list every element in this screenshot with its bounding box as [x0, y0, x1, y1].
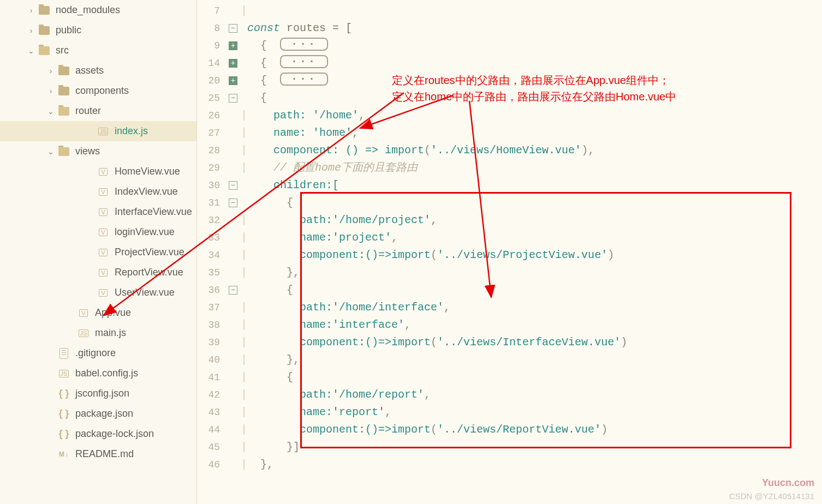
chevron-icon[interactable]: ⌄: [47, 147, 55, 156]
fold-toggle[interactable]: −: [225, 281, 241, 299]
collapsed-region[interactable]: ···: [280, 73, 328, 86]
line-number: 42: [197, 386, 220, 404]
tree-index-js[interactable]: JSindex.js: [0, 121, 196, 141]
fold-toggle: [225, 334, 241, 351]
fold-toggle[interactable]: +: [225, 72, 241, 89]
tree-homeview[interactable]: VHomeView.vue: [0, 161, 196, 182]
chevron-icon[interactable]: [86, 228, 94, 237]
code-editor[interactable]: 7891420252627282930313233343536373839404…: [196, 0, 822, 504]
folder-icon: [58, 65, 70, 77]
chevron-icon[interactable]: [47, 389, 55, 398]
line-number: 31: [197, 194, 220, 212]
chevron-icon[interactable]: [86, 208, 94, 217]
code-line[interactable]: [247, 2, 822, 20]
tree-node-modules[interactable]: ›node_modules: [0, 0, 196, 20]
line-number: 27: [197, 124, 220, 142]
code-line[interactable]: { ···: [247, 55, 822, 72]
vue-file-icon: V: [97, 267, 109, 279]
indent-guide: |: [241, 421, 246, 439]
tree-appvue[interactable]: VApp.vue: [0, 303, 196, 323]
tree-mainjs[interactable]: JSmain.js: [0, 323, 196, 343]
fold-toggle[interactable]: −: [225, 89, 241, 107]
chevron-icon[interactable]: [47, 349, 55, 358]
code-line[interactable]: { ···: [247, 37, 822, 55]
tree-item-label: babel.config.js: [75, 368, 192, 379]
vue-file-icon: V: [97, 287, 109, 299]
tree-components[interactable]: ›components: [0, 81, 196, 101]
chevron-icon[interactable]: ⌄: [47, 107, 55, 116]
chevron-icon[interactable]: [47, 369, 55, 378]
code-line[interactable]: // 配置home下面的且套路由: [247, 159, 822, 177]
line-number: 43: [197, 404, 220, 421]
chevron-icon[interactable]: [47, 430, 55, 439]
chevron-icon[interactable]: [86, 248, 94, 257]
chevron-icon[interactable]: [67, 309, 74, 317]
tree-reportview[interactable]: VReportView.vue: [0, 262, 196, 283]
tree-item-label: router: [75, 105, 192, 117]
indent-guide: [241, 37, 246, 55]
tree-userview[interactable]: VUserView.vue: [0, 283, 196, 303]
chevron-icon[interactable]: [86, 188, 94, 196]
chevron-icon[interactable]: ›: [47, 87, 55, 95]
tree-readme[interactable]: M↓README.md: [0, 444, 196, 464]
indent-guide: |: [241, 107, 246, 124]
tree-interfaceview[interactable]: VInterfaceView.vue: [0, 202, 196, 222]
chevron-icon[interactable]: ⌄: [27, 46, 35, 55]
line-number: 20: [197, 72, 220, 89]
vue-file-icon: V: [97, 247, 109, 259]
fold-gutter[interactable]: −+++− −− −: [225, 0, 241, 504]
folder-icon: [58, 85, 70, 97]
chevron-icon[interactable]: ›: [47, 67, 55, 75]
chevron-icon[interactable]: ›: [27, 26, 35, 35]
tree-src[interactable]: ⌄src: [0, 40, 196, 61]
indent-guide: |: [241, 316, 246, 334]
line-number: 41: [197, 369, 220, 386]
code-line[interactable]: },: [247, 456, 822, 473]
tree-projectview[interactable]: VProjectView.vue: [0, 242, 196, 262]
code-line[interactable]: path: '/home',: [247, 107, 822, 124]
tree-package[interactable]: { }package.json: [0, 404, 196, 424]
fold-toggle: [225, 159, 241, 177]
file-explorer[interactable]: ›node_modules›public⌄src›assets›componen…: [0, 0, 196, 504]
chevron-icon[interactable]: ›: [27, 6, 35, 15]
line-number: 39: [197, 334, 220, 351]
chevron-icon[interactable]: [86, 289, 94, 297]
chevron-icon[interactable]: [47, 410, 55, 418]
json-file-icon: { }: [58, 408, 70, 420]
tree-babel[interactable]: JSbabel.config.js: [0, 363, 196, 383]
fold-toggle: [225, 456, 241, 473]
collapsed-region[interactable]: ···: [280, 55, 328, 68]
tree-item-label: main.js: [95, 327, 192, 339]
line-number: 32: [197, 212, 220, 229]
tree-packagelock[interactable]: { }package-lock.json: [0, 424, 196, 444]
tree-router[interactable]: ⌄router: [0, 101, 196, 121]
chevron-icon[interactable]: [47, 450, 55, 459]
tree-views[interactable]: ⌄views: [0, 141, 196, 161]
chevron-icon[interactable]: [86, 127, 94, 136]
collapsed-region[interactable]: ···: [280, 38, 328, 51]
code-line[interactable]: name: 'home',: [247, 124, 822, 142]
fold-toggle: [225, 2, 241, 20]
fold-toggle[interactable]: −: [225, 194, 241, 212]
tree-item-label: public: [56, 25, 192, 36]
code-line[interactable]: component: () => import('../views/HomeVi…: [247, 142, 822, 159]
chevron-icon[interactable]: [67, 329, 74, 338]
fold-toggle: [225, 264, 241, 281]
chevron-icon[interactable]: [86, 167, 94, 176]
indent-guide: |: [241, 351, 246, 369]
tree-public[interactable]: ›public: [0, 20, 196, 40]
code-line[interactable]: const routes = [: [247, 20, 822, 37]
vue-file-icon: V: [97, 206, 109, 218]
fold-toggle[interactable]: +: [225, 37, 241, 55]
fold-toggle[interactable]: −: [225, 20, 241, 37]
fold-toggle[interactable]: −: [225, 177, 241, 194]
tree-assets[interactable]: ›assets: [0, 61, 196, 81]
fold-toggle[interactable]: +: [225, 55, 241, 72]
tree-gitignore[interactable]: .gitignore: [0, 343, 196, 363]
chevron-icon[interactable]: [86, 268, 94, 277]
tree-jsconfig[interactable]: { }jsconfig.json: [0, 383, 196, 404]
tree-item-label: loginView.vue: [115, 226, 192, 238]
tree-indexview[interactable]: VIndexView.vue: [0, 182, 196, 202]
tree-loginview[interactable]: VloginView.vue: [0, 222, 196, 242]
fold-toggle: [225, 299, 241, 316]
